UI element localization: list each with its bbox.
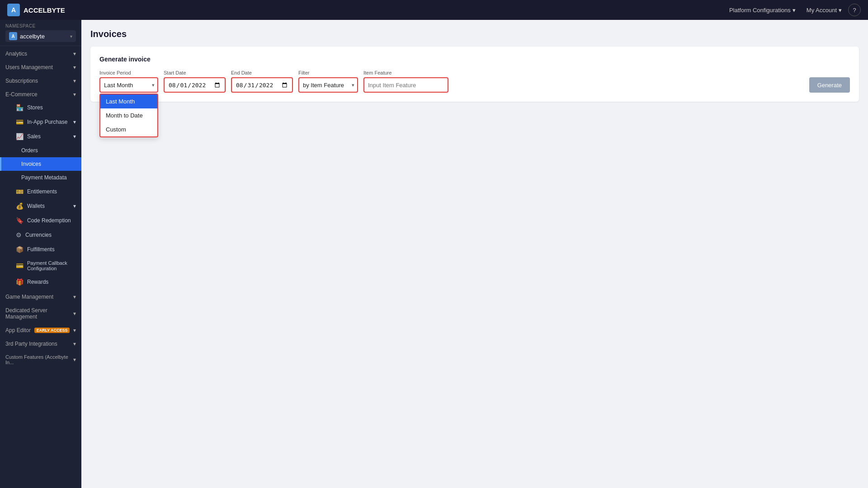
account-button[interactable]: My Account ▾ (802, 4, 846, 16)
generate-button[interactable]: Generate (809, 77, 850, 93)
chevron-icon: ▾ (73, 91, 76, 98)
early-access-badge: EARLY ACCESS (34, 328, 69, 333)
sidebar-item-invoices[interactable]: Invoices (0, 157, 81, 171)
content-area: Invoices Generate invoice Invoice Period… (81, 20, 868, 488)
sidebar-item-fulfillments[interactable]: 📦 Fulfillments (0, 242, 81, 257)
currencies-icon: ⚙ (16, 231, 22, 239)
sidebar-item-rewards[interactable]: 🎁 Rewards (0, 275, 81, 289)
stores-icon: 🏪 (16, 104, 24, 111)
code-redemption-label: Code Redemption (27, 217, 71, 224)
logo: A ACCELBYTE (7, 4, 719, 16)
sales-icon: 📈 (16, 133, 24, 140)
card-title: Generate invoice (99, 56, 850, 63)
sidebar-item-entitlements[interactable]: 🎫 Entitlements (0, 184, 81, 199)
sales-label: Sales (27, 133, 41, 140)
invoice-period-select-wrapper: Last Month Month to Date Custom (99, 77, 158, 93)
generate-invoice-card: Generate invoice Invoice Period Last Mon… (90, 47, 859, 102)
subscriptions-label: Subscriptions (5, 78, 38, 84)
entitlements-label: Entitlements (27, 188, 57, 195)
logo-text: ACCELBYTE (24, 6, 65, 14)
start-date-group: Start Date (164, 70, 226, 93)
sidebar-item-users-management[interactable]: Users Management ▾ (0, 60, 81, 73)
app-editor-label: App Editor (5, 327, 31, 333)
chevron-icon: ▾ (73, 133, 76, 140)
filter-group: Filter by Item Feature (298, 70, 358, 93)
form-row: Invoice Period Last Month Month to Date … (99, 70, 850, 93)
payment-metadata-label: Payment Metadata (21, 174, 67, 181)
sidebar-item-payment-callback[interactable]: 💳 Payment Callback Configuration (0, 257, 81, 275)
sidebar-item-sales[interactable]: 📈 Sales ▾ (0, 129, 81, 144)
filter-select[interactable]: by Item Feature (298, 77, 358, 93)
end-date-label: End Date (231, 70, 293, 75)
topnav: A ACCELBYTE Platform Configurations ▾ My… (0, 0, 868, 20)
dedicated-server-label: Dedicated Server Management (5, 307, 70, 320)
namespace-section: NAMESPACE A accelbyte ▾ (0, 20, 81, 46)
main-layout: NAMESPACE A accelbyte ▾ Analytics ▾ User… (0, 20, 868, 488)
logo-icon: A (7, 4, 20, 16)
sidebar-item-ecommerce[interactable]: E-Commerce ▾ (0, 87, 81, 100)
chevron-icon: ▾ (73, 327, 76, 333)
end-date-input[interactable] (231, 77, 293, 93)
help-button[interactable]: ? (848, 4, 861, 16)
sidebar-item-orders[interactable]: Orders (0, 144, 81, 157)
invoice-period-group: Invoice Period Last Month Month to Date … (99, 70, 158, 93)
code-redemption-icon: 🔖 (16, 217, 24, 224)
game-management-label: Game Management (5, 294, 53, 300)
in-app-purchase-label: In-App Purchase (27, 119, 67, 125)
chevron-icon: ▾ (73, 341, 76, 347)
sidebar-item-wallets[interactable]: 💰 Wallets ▾ (0, 199, 81, 213)
rewards-label: Rewards (27, 279, 48, 285)
orders-label: Orders (21, 147, 38, 154)
chevron-icon: ▾ (73, 64, 76, 70)
sidebar-item-custom-features[interactable]: Custom Features (Accelbyte In... ▾ (0, 350, 81, 368)
sidebar-item-code-redemption[interactable]: 🔖 Code Redemption (0, 213, 81, 228)
start-date-label: Start Date (164, 70, 226, 75)
chevron-icon: ▾ (73, 310, 76, 317)
rewards-icon: 🎁 (16, 278, 24, 286)
sidebar-item-stores[interactable]: 🏪 Stores (0, 100, 81, 115)
sidebar-item-3rd-party[interactable]: 3rd Party Integrations ▾ (0, 336, 81, 350)
chevron-icon: ▾ (73, 203, 76, 209)
sidebar-item-in-app-purchase[interactable]: 💳 In-App Purchase ▾ (0, 115, 81, 129)
chevron-icon: ▾ (73, 294, 76, 300)
sidebar-item-payment-metadata[interactable]: Payment Metadata (0, 171, 81, 184)
sidebar-item-analytics[interactable]: Analytics ▾ (0, 46, 81, 60)
namespace-name: accelbyte (20, 33, 67, 40)
item-feature-group: Item Feature (363, 70, 448, 93)
stores-label: Stores (27, 104, 43, 111)
payment-callback-label: Payment Callback Configuration (27, 260, 76, 271)
currencies-label: Currencies (25, 232, 52, 238)
chevron-down-icon: ▾ (839, 7, 842, 14)
chevron-icon: ▾ (73, 78, 76, 84)
namespace-label: NAMESPACE (5, 23, 76, 28)
topnav-right: Platform Configurations ▾ My Account ▾ ? (725, 4, 861, 16)
wallets-icon: 💰 (16, 202, 24, 210)
sidebar-item-dedicated-server[interactable]: Dedicated Server Management ▾ (0, 303, 81, 323)
start-date-input[interactable] (164, 77, 226, 93)
entitlements-icon: 🎫 (16, 188, 24, 195)
dropdown-item-month-to-date[interactable]: Month to Date (100, 108, 157, 122)
namespace-icon: A (9, 32, 17, 40)
filter-select-wrapper: by Item Feature (298, 77, 358, 93)
sidebar-item-subscriptions[interactable]: Subscriptions ▾ (0, 73, 81, 87)
sidebar-item-app-editor[interactable]: App Editor EARLY ACCESS ▾ (0, 323, 81, 336)
item-feature-input[interactable] (363, 77, 448, 93)
chevron-icon: ▾ (73, 357, 76, 363)
invoice-period-select[interactable]: Last Month Month to Date Custom (99, 77, 158, 93)
chevron-icon: ▾ (73, 51, 76, 57)
invoice-period-dropdown: Last Month Month to Date Custom (99, 94, 158, 137)
item-feature-label: Item Feature (363, 70, 448, 75)
dropdown-item-custom[interactable]: Custom (100, 122, 157, 136)
sidebar-item-game-management[interactable]: Game Management ▾ (0, 289, 81, 303)
invoices-label: Invoices (21, 161, 41, 167)
filter-label: Filter (298, 70, 358, 75)
ecommerce-label: E-Commerce (5, 91, 38, 98)
dropdown-item-last-month[interactable]: Last Month (100, 94, 157, 108)
sidebar-item-currencies[interactable]: ⚙ Currencies (0, 228, 81, 242)
3rd-party-label: 3rd Party Integrations (5, 341, 57, 347)
platform-configs-button[interactable]: Platform Configurations ▾ (725, 4, 800, 16)
fulfillments-label: Fulfillments (27, 246, 55, 253)
sidebar: NAMESPACE A accelbyte ▾ Analytics ▾ User… (0, 20, 81, 488)
fulfillments-icon: 📦 (16, 246, 24, 253)
namespace-selector[interactable]: A accelbyte ▾ (5, 30, 76, 42)
